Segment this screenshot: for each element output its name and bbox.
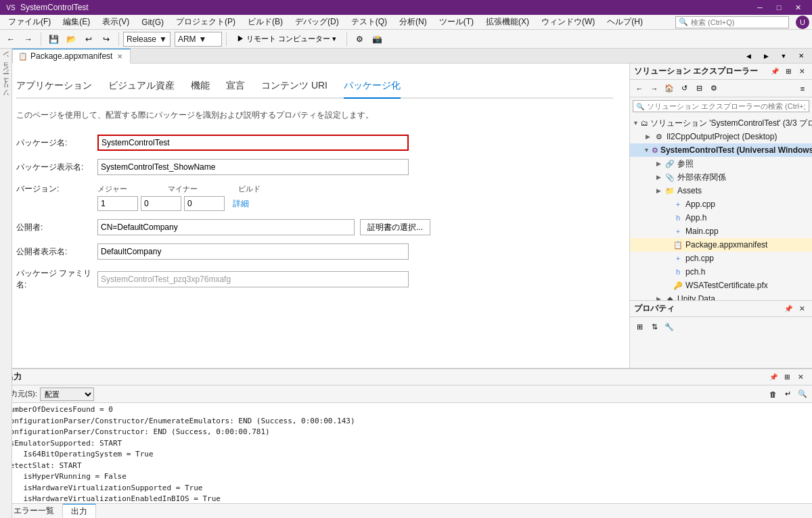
platform-dropdown[interactable]: ARM ▼ xyxy=(175,32,222,47)
props-wrench-btn[interactable]: 🔧 xyxy=(662,320,676,333)
se-home-btn[interactable]: 🏠 xyxy=(662,82,676,95)
se-collapse-btn[interactable]: ⊟ xyxy=(692,82,706,95)
se-forward-btn[interactable]: → xyxy=(648,82,661,95)
se-more-btn[interactable]: ≡ xyxy=(796,82,809,95)
output-pin[interactable]: 📌 xyxy=(767,371,780,383)
wsa-icon: 🔑 xyxy=(673,280,683,291)
version-build-input[interactable] xyxy=(184,196,225,211)
package-name-input[interactable] xyxy=(97,135,409,151)
toolbar-redo[interactable]: ↪ xyxy=(98,31,114,47)
menu-edit[interactable]: 編集(E) xyxy=(58,15,95,29)
toolbar-back[interactable]: ← xyxy=(3,31,19,47)
sidebar-vertical-label[interactable]: ソリューション xyxy=(0,51,12,103)
tree-references[interactable]: ▶ 🔗 参照 xyxy=(630,157,812,170)
props-sort-btn[interactable]: ⇅ xyxy=(648,320,661,333)
version-minor-input[interactable] xyxy=(141,196,181,211)
tree-wsa-cert[interactable]: 🔑 WSATestCertificate.pfx xyxy=(630,279,812,292)
references-label: 参照 xyxy=(677,158,694,170)
dock-icon[interactable]: ⊞ xyxy=(782,66,794,78)
toolbar-open[interactable]: 📂 xyxy=(63,31,79,47)
tree-main-project[interactable]: ▼ ⚙ SystemControlTest (Universal Windows… xyxy=(630,143,812,157)
tab-content-uri[interactable]: コンテンツ URI xyxy=(261,74,328,97)
tab-close[interactable]: ✕ xyxy=(115,51,125,61)
tree-pch-h[interactable]: h pch.h xyxy=(630,265,812,279)
tree-app-cpp[interactable]: + App.cpp xyxy=(630,197,812,211)
output-line3: ConfigurationParser/Constructor: END (Su… xyxy=(5,427,807,438)
publisher-display-input[interactable] xyxy=(97,243,409,260)
menu-extensions[interactable]: 拡張機能(X) xyxy=(480,15,535,29)
output-header: 出力 📌 ⊞ ✕ xyxy=(0,369,812,385)
solution-icon: 🗂 xyxy=(641,118,648,128)
tab-menu[interactable]: ▼ xyxy=(775,48,792,64)
main-cpp-label: Main.cpp xyxy=(685,227,719,236)
tree-main-cpp[interactable]: + Main.cpp xyxy=(630,225,812,238)
se-filter-btn[interactable]: ⚙ xyxy=(707,82,721,95)
output-close[interactable]: ✕ xyxy=(794,371,807,383)
toolbar-undo[interactable]: ↩ xyxy=(81,31,97,47)
toolbar-save[interactable]: 💾 xyxy=(45,31,62,47)
config-dropdown[interactable]: Release ▼ xyxy=(123,32,171,47)
version-major-input[interactable] xyxy=(97,196,138,211)
properties-title: プロパティ xyxy=(634,303,675,314)
menu-help[interactable]: ヘルプ(H) xyxy=(602,15,648,29)
menu-view[interactable]: 表示(V) xyxy=(97,15,135,29)
menu-git[interactable]: Git(G) xyxy=(136,16,169,28)
toolbar-btn1[interactable]: ⚙ xyxy=(351,31,367,47)
tab-packaging[interactable]: パッケージ化 xyxy=(344,74,401,99)
cert-button[interactable]: 証明書の選択... xyxy=(360,219,430,235)
props-pin[interactable]: 📌 xyxy=(782,303,794,315)
props-grid-btn[interactable]: ⊞ xyxy=(633,320,646,333)
publisher-input[interactable] xyxy=(97,219,355,235)
minimize-button[interactable]: ─ xyxy=(751,0,769,15)
tree-il2cpp[interactable]: ▶ ⚙ Il2CppOutputProject (Desktop) xyxy=(630,130,812,143)
remote-btn[interactable]: ▶ リモート コンピューター ▾ xyxy=(231,31,342,47)
package-manifest-tab[interactable]: 📋 Package.appxmanifest ✕ xyxy=(12,49,131,64)
main-project-expand: ▼ xyxy=(644,147,650,154)
tab-scroll-right[interactable]: ▶ xyxy=(758,48,774,64)
tree-external-deps[interactable]: ▶ 📎 外部依存関係 xyxy=(630,170,812,184)
se-back-btn[interactable]: ← xyxy=(633,82,646,95)
close-all-btn[interactable]: ✕ xyxy=(793,48,809,64)
output-source-select[interactable]: 配置 xyxy=(40,387,94,401)
tree-assets[interactable]: ▶ 📁 Assets xyxy=(630,184,812,197)
toolbar-btn2[interactable]: 📸 xyxy=(369,31,385,47)
pin-icon[interactable]: 📌 xyxy=(769,66,781,78)
menu-window[interactable]: ウィンドウ(W) xyxy=(536,15,600,29)
menu-tools[interactable]: ツール(T) xyxy=(434,15,479,29)
menu-analyze[interactable]: 分析(N) xyxy=(394,15,432,29)
tab-declarations[interactable]: 宣言 xyxy=(226,74,245,97)
version-detail-link[interactable]: 詳細 xyxy=(233,198,249,210)
tree-app-h[interactable]: h App.h xyxy=(630,211,812,225)
menu-search-input[interactable] xyxy=(691,18,786,26)
solution-expand: ▼ xyxy=(633,120,639,126)
tab-capabilities[interactable]: 機能 xyxy=(191,74,210,97)
menu-file[interactable]: ファイル(F) xyxy=(3,15,56,29)
maximize-button[interactable]: □ xyxy=(770,0,788,15)
output-tab[interactable]: 出力 xyxy=(63,504,96,519)
menu-project[interactable]: プロジェクト(P) xyxy=(171,15,241,29)
tab-visual-assets[interactable]: ビジュアル資産 xyxy=(108,74,175,97)
tree-pch-cpp[interactable]: + pch.cpp xyxy=(630,252,812,265)
tab-application[interactable]: アプリケーション xyxy=(16,74,92,97)
user-avatar[interactable]: U xyxy=(796,16,809,29)
se-search-input[interactable] xyxy=(647,102,806,110)
menu-test[interactable]: テスト(Q) xyxy=(346,15,392,29)
tree-solution[interactable]: ▼ 🗂 ソリューション 'SystemControlTest' (3/3 プロジ… xyxy=(630,116,812,130)
output-dock[interactable]: ⊞ xyxy=(781,371,793,383)
toolbar-forward[interactable]: → xyxy=(20,31,37,47)
package-family-input[interactable] xyxy=(97,271,409,287)
tree-package-manifest[interactable]: 📋 Package.appxmanifest xyxy=(630,238,812,252)
close-button[interactable]: ✕ xyxy=(789,0,807,15)
tab-scroll-left[interactable]: ◀ xyxy=(740,48,757,64)
menu-debug[interactable]: デバッグ(D) xyxy=(290,15,344,29)
se-refresh-btn[interactable]: ↺ xyxy=(677,82,691,95)
output-find-btn[interactable]: 🔍 xyxy=(796,387,809,401)
close-panel-icon[interactable]: ✕ xyxy=(796,66,808,78)
error-list-tab[interactable]: エラー一覧 xyxy=(5,504,63,518)
menu-build[interactable]: ビルド(B) xyxy=(242,15,288,29)
tree-unity-data[interactable]: ▶ ◆ Unity Data xyxy=(630,292,812,300)
output-clear-btn[interactable]: 🗑 xyxy=(766,387,780,401)
output-word-wrap-btn[interactable]: ↵ xyxy=(781,387,794,401)
package-display-name-input[interactable] xyxy=(97,159,409,175)
props-close[interactable]: ✕ xyxy=(796,303,808,315)
